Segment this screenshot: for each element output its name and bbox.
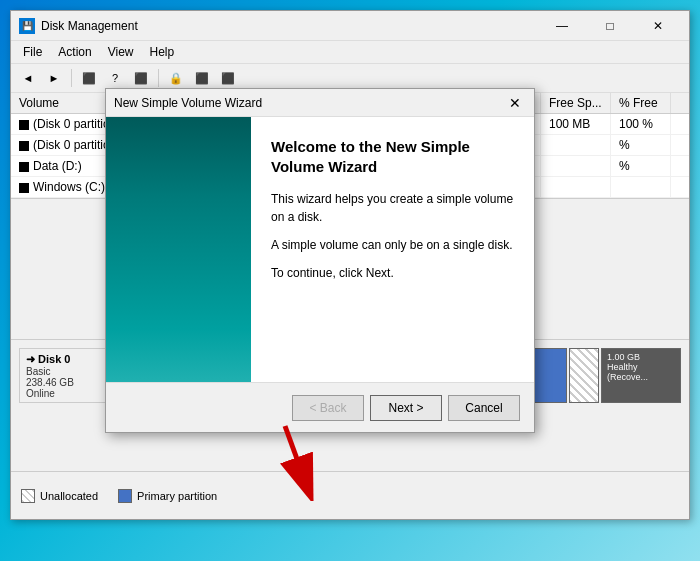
wizard-paragraph-0: This wizard helps you create a simple vo… [271,190,514,226]
cell-pctfree-3 [611,177,671,197]
cell-pctfree-1: % [611,135,671,155]
disk-0-label: ➜ Disk 0 Basic 238.46 GB Online [19,348,119,403]
menu-help[interactable]: Help [142,43,183,61]
menu-view[interactable]: View [100,43,142,61]
app-title: Disk Management [41,19,138,33]
close-button[interactable]: ✕ [635,11,681,41]
cell-freesp-3 [541,177,611,197]
app-icon: 💾 [19,18,35,34]
cell-pctfree-2: % [611,156,671,176]
wizard-content: Welcome to the New Simple Volume Wizard … [251,117,534,382]
wizard-title-bar: New Simple Volume Wizard ✕ [106,89,534,117]
cell-pctfree-0: 100 % [611,114,671,134]
disk-0-type: Basic [26,366,112,377]
legend-hatch-box [21,489,35,503]
wizard-dialog: New Simple Volume Wizard ✕ Welcome to th… [105,88,535,433]
status-bar: Unallocated Primary partition [11,471,689,519]
wizard-back-button[interactable]: < Back [292,395,364,421]
menu-file[interactable]: File [15,43,50,61]
wizard-title: New Simple Volume Wizard [114,96,262,110]
toolbar-sep2 [158,69,159,87]
disk-icon-1 [19,141,29,151]
minimize-button[interactable]: — [539,11,585,41]
disk-0-status: Online [26,388,112,399]
wizard-next-button[interactable]: Next > [370,395,442,421]
disk-0-name: ➜ Disk 0 [26,353,112,366]
toolbar-btn5[interactable]: ⬛ [130,67,152,89]
legend-unallocated-label: Unallocated [40,490,98,502]
toolbar-sep1 [71,69,72,87]
disk-icon-0 [19,120,29,130]
toolbar-forward[interactable]: ► [43,67,65,89]
wizard-sidebar [106,117,251,382]
wizard-paragraph-2: To continue, click Next. [271,264,514,282]
toolbar-help[interactable]: ? [104,67,126,89]
wizard-close-button[interactable]: ✕ [504,92,526,114]
col-header-pctfree: % Free [611,93,671,113]
wizard-cancel-button[interactable]: Cancel [448,395,520,421]
legend-unallocated: Unallocated [21,489,98,503]
window-controls: — □ ✕ [539,11,681,41]
menu-bar: File Action View Help [11,41,689,64]
wizard-paragraph-1: A simple volume can only be on a single … [271,236,514,254]
maximize-button[interactable]: □ [587,11,633,41]
toolbar-back[interactable]: ◄ [17,67,39,89]
legend-primary: Primary partition [118,489,217,503]
disk-0-size: 238.46 GB [26,377,112,388]
title-bar-left: 💾 Disk Management [19,18,138,34]
legend-primary-label: Primary partition [137,490,217,502]
col-header-freesp: Free Sp... [541,93,611,113]
toolbar-btn7[interactable]: ⬛ [191,67,213,89]
wizard-footer: < Back Next > Cancel [106,382,534,432]
cell-freesp-1 [541,135,611,155]
menu-action[interactable]: Action [50,43,99,61]
toolbar-btn3[interactable]: ⬛ [78,67,100,89]
title-bar: 💾 Disk Management — □ ✕ [11,11,689,41]
partition-0-recovery[interactable]: 1.00 GBHealthy (Recove... [601,348,681,403]
legend-blue-box [118,489,132,503]
disk-icon-2 [19,162,29,172]
wizard-body: Welcome to the New Simple Volume Wizard … [106,117,534,382]
toolbar-btn8[interactable]: ⬛ [217,67,239,89]
partition-0-hatch[interactable] [569,348,599,403]
cell-freesp-0: 100 MB [541,114,611,134]
toolbar-btn6[interactable]: 🔒 [165,67,187,89]
cell-freesp-2 [541,156,611,176]
disk-icon-3 [19,183,29,193]
wizard-content-title: Welcome to the New Simple Volume Wizard [271,137,514,176]
